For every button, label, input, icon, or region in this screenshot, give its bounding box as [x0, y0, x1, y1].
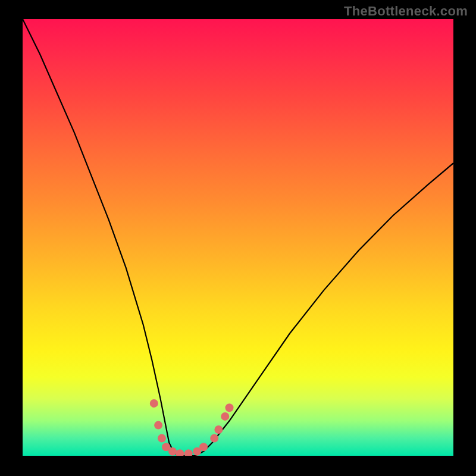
chart-plot-area — [23, 19, 453, 456]
curve-marker — [210, 434, 218, 443]
curve-marker — [158, 434, 166, 443]
curve-marker — [221, 412, 229, 421]
curve-marker — [154, 421, 162, 430]
curve-marker — [150, 399, 158, 408]
bottleneck-curve-line — [23, 19, 453, 456]
curve-marker — [226, 403, 234, 412]
watermark-text: TheBottleneck.com — [344, 4, 468, 19]
curve-marker — [199, 443, 208, 451]
curve-marker — [176, 449, 184, 456]
curve-marker — [184, 449, 193, 456]
curve-marker — [168, 447, 177, 456]
curve-marker — [214, 425, 223, 434]
chart-svg — [23, 19, 453, 456]
